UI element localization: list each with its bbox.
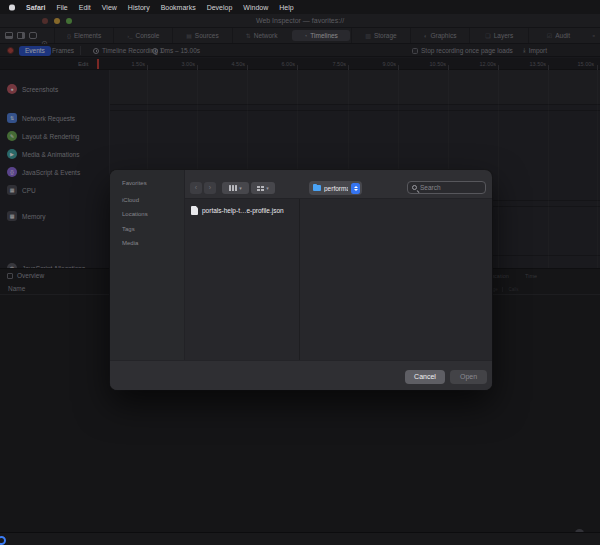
folder-icon <box>313 185 321 191</box>
popup-arrows-icon <box>351 183 360 194</box>
sidebar-section-locations[interactable]: Locations <box>122 211 148 217</box>
dialog-toolbar: ‹ › ▾ ▾ performance <box>185 170 492 198</box>
sidebar-section-favorites[interactable]: Favorites <box>122 180 147 186</box>
search-field[interactable] <box>407 181 486 194</box>
grid-view-icon <box>257 186 264 191</box>
menu-item-history[interactable]: History <box>128 4 150 11</box>
group-view-button[interactable]: ▾ <box>251 182 275 194</box>
column-view-button[interactable]: ▾ <box>222 182 249 194</box>
open-button[interactable]: Open <box>450 370 487 384</box>
sidebar-section-media[interactable]: Media <box>122 240 138 246</box>
menu-bar: Safari File Edit View History Bookmarks … <box>0 0 600 14</box>
menu-item-window[interactable]: Window <box>243 4 268 11</box>
background-window-edge <box>0 532 600 545</box>
cancel-button[interactable]: Cancel <box>405 370 445 384</box>
menu-item-safari[interactable]: Safari <box>26 4 45 11</box>
menu-item-help[interactable]: Help <box>279 4 293 11</box>
dialog-sidebar: Favorites iCloud Locations Tags Media <box>110 170 185 360</box>
sidebar-section-icloud[interactable]: iCloud <box>122 197 139 203</box>
open-file-dialog: Favorites iCloud Locations Tags Media ‹ … <box>110 170 492 390</box>
current-folder-label: performance <box>324 185 348 192</box>
apple-logo-icon[interactable] <box>9 4 15 11</box>
search-icon <box>412 185 417 190</box>
folder-popup-button[interactable]: performance <box>309 181 362 195</box>
file-browser[interactable]: portals-help-t…e-profile.json <box>185 198 492 360</box>
column-divider <box>299 199 300 360</box>
menu-item-edit[interactable]: Edit <box>79 4 91 11</box>
sidebar-section-tags[interactable]: Tags <box>122 226 135 232</box>
file-item[interactable]: portals-help-t…e-profile.json <box>191 206 284 215</box>
dialog-button-bar: Cancel Open <box>110 360 492 390</box>
menu-item-develop[interactable]: Develop <box>207 4 233 11</box>
chevron-down-icon: ▾ <box>266 185 269 191</box>
back-button[interactable]: ‹ <box>190 182 202 194</box>
menu-item-view[interactable]: View <box>102 4 117 11</box>
file-name: portals-help-t…e-profile.json <box>202 207 284 214</box>
column-view-icon <box>229 185 237 191</box>
menu-item-bookmarks[interactable]: Bookmarks <box>161 4 196 11</box>
chevron-down-icon: ▾ <box>239 185 242 191</box>
link-badge-icon <box>0 536 6 545</box>
forward-button[interactable]: › <box>204 182 216 194</box>
menu-item-file[interactable]: File <box>56 4 67 11</box>
search-input[interactable] <box>420 184 481 191</box>
document-icon <box>191 206 198 215</box>
screen: Safari File Edit View History Bookmarks … <box>0 0 600 545</box>
